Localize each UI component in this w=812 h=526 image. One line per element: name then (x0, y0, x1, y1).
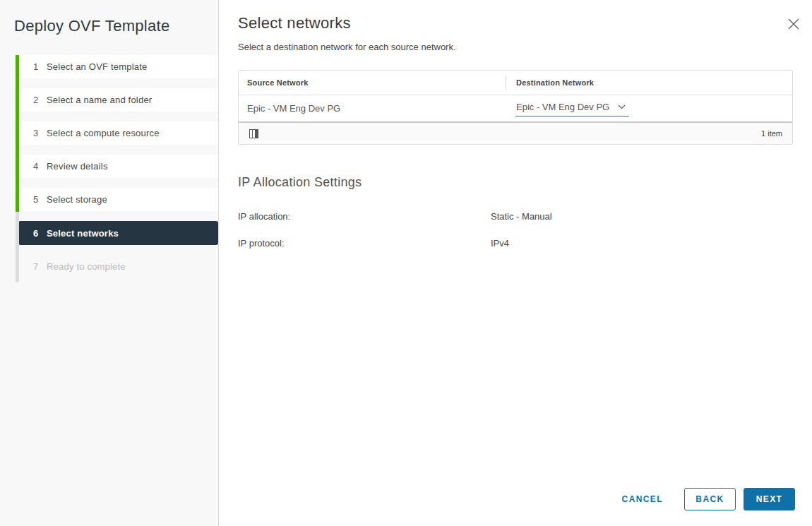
page-title: Select networks (238, 14, 812, 32)
wizard-step-1[interactable]: 1 Select an OVF template (18, 55, 218, 78)
next-button[interactable]: NEXT (744, 488, 795, 510)
column-picker-icon[interactable] (249, 129, 258, 138)
step-number: 5 (33, 194, 47, 205)
ip-protocol-value: IPv4 (491, 238, 509, 249)
chevron-down-icon (618, 104, 626, 109)
ip-allocation-heading: IP Allocation Settings (238, 175, 812, 190)
ip-allocation-label: IP allocation: (238, 211, 491, 222)
wizard-step-6-active[interactable]: 6 Select networks (18, 221, 218, 245)
step-label: Select networks (47, 228, 119, 239)
step-label: Select a compute resource (47, 128, 160, 138)
destination-network-selected-value: Epic - VM Eng Dev PG (516, 102, 609, 112)
destination-network-cell: Epic - VM Eng Dev PG (506, 100, 792, 116)
close-icon[interactable] (787, 18, 800, 30)
step-number: 1 (33, 61, 47, 72)
wizard-steps: 1 Select an OVF template 2 Select a name… (0, 55, 218, 288)
back-button[interactable]: BACK (684, 488, 736, 510)
destination-network-select[interactable]: Epic - VM Eng Dev PG (515, 100, 629, 116)
ip-allocation-section: IP Allocation Settings IP allocation: St… (238, 175, 812, 249)
wizard-step-2[interactable]: 2 Select a name and folder (18, 88, 218, 112)
step-number: 6 (33, 228, 47, 239)
step-label: Select storage (47, 194, 107, 205)
table-footer: 1 item (239, 121, 792, 144)
wizard-step-3[interactable]: 3 Select a compute resource (18, 121, 218, 145)
column-header-destination-network: Destination Network (506, 76, 792, 90)
step-label: Ready to complete (47, 261, 126, 272)
deploy-ovf-wizard: Deploy OVF Template 1 Select an OVF temp… (0, 0, 812, 526)
cancel-button[interactable]: CANCEL (615, 488, 670, 510)
wizard-content: Select networks Select a destination net… (219, 0, 812, 526)
progress-bar-remaining (16, 212, 19, 282)
ip-protocol-row: IP protocol: IPv4 (238, 238, 812, 249)
wizard-sidebar: Deploy OVF Template 1 Select an OVF temp… (0, 0, 219, 526)
column-header-source-network: Source Network (239, 78, 506, 87)
wizard-step-7-disabled: 7 Ready to complete (18, 255, 218, 278)
step-label: Review details (47, 161, 108, 172)
table-header-row: Source Network Destination Network (239, 71, 792, 95)
page-subtitle: Select a destination network for each so… (238, 42, 812, 52)
step-number: 2 (33, 95, 47, 105)
wizard-step-5[interactable]: 5 Select storage (18, 188, 218, 211)
ip-allocation-value: Static - Manual (491, 211, 552, 222)
ip-allocation-row: IP allocation: Static - Manual (238, 211, 812, 222)
wizard-step-4[interactable]: 4 Review details (18, 155, 218, 178)
step-number: 7 (33, 261, 47, 272)
source-network-cell: Epic - VM Eng Dev PG (239, 103, 506, 114)
progress-bar-completed (16, 55, 19, 212)
items-count: 1 item (761, 129, 782, 138)
step-number: 3 (33, 128, 47, 138)
step-label: Select a name and folder (47, 95, 152, 105)
wizard-title: Deploy OVF Template (0, 0, 218, 35)
step-label: Select an OVF template (47, 61, 147, 72)
wizard-actions: CANCEL BACK NEXT (615, 488, 795, 510)
network-mapping-table: Source Network Destination Network Epic … (238, 70, 793, 145)
table-row: Epic - VM Eng Dev PG Epic - VM Eng Dev P… (239, 95, 792, 121)
ip-protocol-label: IP protocol: (238, 238, 491, 249)
step-number: 4 (33, 161, 47, 172)
